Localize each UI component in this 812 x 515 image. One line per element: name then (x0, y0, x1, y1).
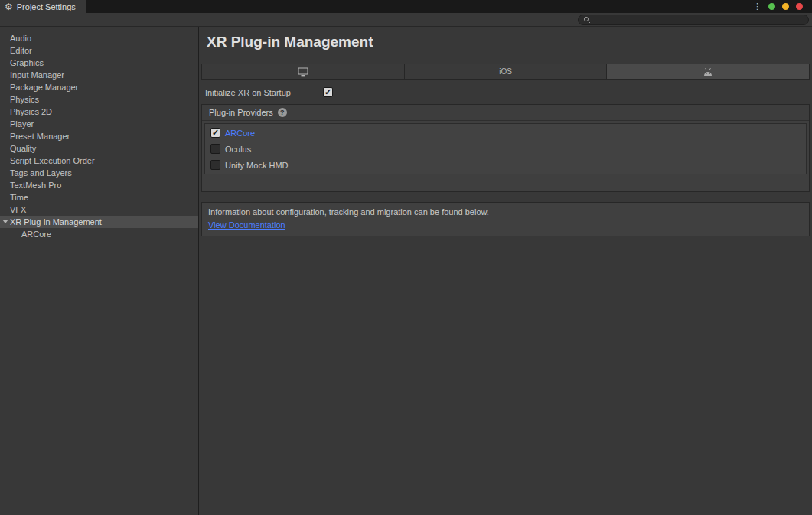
help-icon[interactable]: ? (278, 108, 287, 117)
unity-mock-hmd-checkbox[interactable] (210, 160, 220, 170)
monitor-icon (298, 67, 308, 77)
window-tab-project-settings[interactable]: ⚙ Project Settings (0, 0, 86, 13)
sidebar-item-physics-2d[interactable]: Physics 2D (0, 106, 198, 118)
sidebar-item-arcore[interactable]: ARCore (0, 228, 198, 240)
sidebar-item-vfx[interactable]: VFX (0, 204, 198, 216)
xr-plugin-management-panel: XR Plug-in Management iOS (199, 27, 812, 515)
overflow-menu-icon[interactable]: ⋮ (753, 2, 761, 11)
android-icon (703, 67, 713, 77)
tab-desktop[interactable] (202, 64, 405, 79)
gear-icon: ⚙ (5, 2, 13, 11)
tab-ios[interactable]: iOS (405, 64, 608, 79)
sidebar-item-quality[interactable]: Quality (0, 142, 198, 155)
provider-row-unity-mock-hmd[interactable]: Unity Mock HMD (205, 157, 806, 173)
sidebar-item-editor[interactable]: Editor (0, 44, 198, 57)
settings-sidebar: Audio Editor Graphics Input Manager Pack… (0, 27, 199, 515)
initialize-xr-checkbox[interactable] (323, 87, 333, 97)
window-button-red[interactable] (796, 3, 803, 10)
tab-ios-label: iOS (499, 67, 512, 76)
initialize-xr-row: Initialize XR on Startup (205, 87, 812, 97)
window-button-yellow[interactable] (782, 3, 789, 10)
search-box[interactable] (578, 15, 809, 25)
group-bottom-space (202, 177, 809, 191)
page-title: XR Plug-in Management (207, 34, 812, 51)
search-input[interactable] (594, 15, 804, 24)
arcore-checkbox[interactable] (210, 128, 220, 138)
plugin-providers-group: Plug-in Providers ? ARCore Oculus Unity … (201, 104, 810, 192)
info-text: Information about configuration, trackin… (208, 207, 803, 217)
search-icon (583, 16, 591, 24)
foldout-expanded-icon[interactable] (2, 220, 8, 223)
sidebar-item-player[interactable]: Player (0, 118, 198, 130)
plugin-providers-header: Plug-in Providers ? (202, 105, 809, 121)
info-box: Information about configuration, trackin… (201, 202, 810, 236)
toolbar (0, 13, 812, 27)
sidebar-item-textmesh-pro[interactable]: TextMesh Pro (0, 179, 198, 191)
provider-list: ARCore Oculus Unity Mock HMD (204, 123, 807, 174)
project-settings-window: ⚙ Project Settings ⋮ Audio Editor Graphi… (0, 0, 812, 515)
sidebar-item-tags-and-layers[interactable]: Tags and Layers (0, 167, 198, 179)
sidebar-item-physics[interactable]: Physics (0, 93, 198, 106)
sidebar-item-audio[interactable]: Audio (0, 32, 198, 44)
sidebar-item-input-manager[interactable]: Input Manager (0, 69, 198, 81)
titlebar: ⚙ Project Settings ⋮ (0, 0, 812, 13)
plugin-providers-title: Plug-in Providers (209, 108, 273, 117)
view-documentation-link[interactable]: View Documentation (208, 220, 285, 230)
oculus-checkbox[interactable] (210, 144, 220, 154)
initialize-xr-label: Initialize XR on Startup (205, 88, 323, 97)
sidebar-item-graphics[interactable]: Graphics (0, 57, 198, 69)
content-area: Audio Editor Graphics Input Manager Pack… (0, 27, 812, 515)
sidebar-item-time[interactable]: Time (0, 191, 198, 204)
arcore-label: ARCore (225, 129, 255, 138)
sidebar-item-script-execution-order[interactable]: Script Execution Order (0, 155, 198, 167)
platform-tabbar: iOS (201, 64, 810, 80)
window-title: Project Settings (17, 2, 76, 11)
oculus-label: Oculus (225, 145, 251, 154)
titlebar-controls: ⋮ (753, 0, 812, 13)
unity-mock-hmd-label: Unity Mock HMD (225, 161, 289, 170)
sidebar-item-preset-manager[interactable]: Preset Manager (0, 130, 198, 142)
provider-row-arcore[interactable]: ARCore (205, 125, 806, 141)
tab-android[interactable] (607, 64, 809, 79)
window-button-green[interactable] (768, 3, 775, 10)
provider-row-oculus[interactable]: Oculus (205, 141, 806, 157)
sidebar-item-xr-plugin-management[interactable]: XR Plug-in Management (0, 216, 198, 228)
sidebar-item-package-manager[interactable]: Package Manager (0, 81, 198, 93)
